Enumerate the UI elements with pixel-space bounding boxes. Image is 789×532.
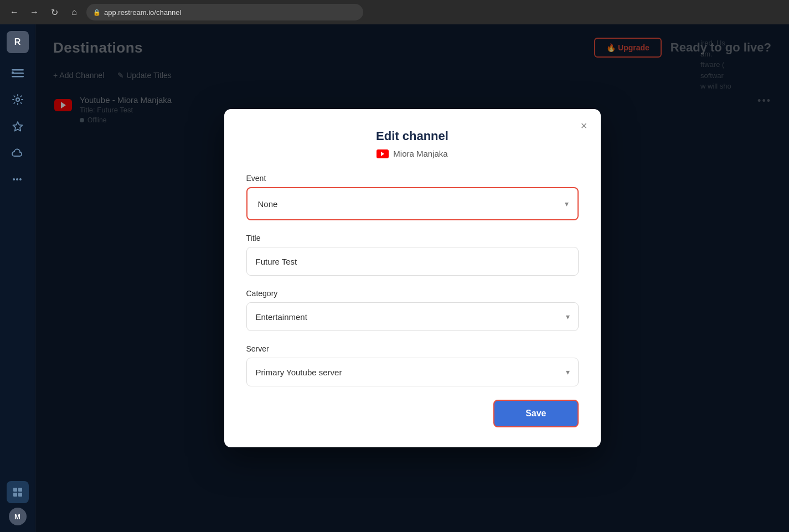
svg-marker-5 <box>13 122 22 131</box>
category-select-wrapper: Entertainment Gaming News Sports Music E… <box>246 302 579 331</box>
category-field-group: Category Entertainment Gaming News Sport… <box>246 289 579 331</box>
svg-rect-8 <box>13 493 17 497</box>
modal-youtube-play <box>381 152 384 156</box>
server-label: Server <box>246 344 579 353</box>
sidebar-item-settings[interactable] <box>7 89 29 111</box>
svg-point-2 <box>12 71 14 74</box>
sidebar-avatar[interactable]: M <box>9 508 27 525</box>
save-btn-wrapper: Save <box>246 400 579 427</box>
server-field-group: Server Primary Youtube server Secondary … <box>246 344 579 386</box>
category-label: Category <box>246 289 579 298</box>
address-bar[interactable]: 🔒 app.restream.io/channel <box>86 4 363 20</box>
svg-rect-0 <box>12 69 24 71</box>
back-button[interactable]: ← <box>7 4 22 20</box>
title-field-group: Title <box>246 234 579 276</box>
sidebar-item-menu[interactable] <box>7 62 29 84</box>
save-button[interactable]: Save <box>493 400 578 427</box>
sidebar-item-more[interactable]: ••• <box>7 168 29 190</box>
event-label: Event <box>246 174 579 183</box>
lock-icon: 🔒 <box>93 9 101 16</box>
reload-button[interactable]: ↻ <box>47 4 62 20</box>
svg-rect-6 <box>13 488 17 492</box>
sidebar-item-star[interactable] <box>7 115 29 137</box>
forward-button[interactable]: → <box>27 4 42 20</box>
sidebar-logo[interactable]: R <box>7 31 29 53</box>
modal-channel-name: Miora Manjaka <box>393 149 447 158</box>
edit-channel-modal: × Edit channel Miora Manjaka Event None … <box>224 109 601 447</box>
category-select[interactable]: Entertainment Gaming News Sports Music E… <box>246 302 579 331</box>
modal-overlay: × Edit channel Miora Manjaka Event None … <box>35 24 789 532</box>
sidebar: R ••• <box>0 24 35 532</box>
modal-title: Edit channel <box>246 129 579 143</box>
browser-chrome: ← → ↻ ⌂ 🔒 app.restream.io/channel <box>0 0 789 24</box>
event-select[interactable]: None Event 1 Event 2 <box>249 189 576 218</box>
title-input[interactable] <box>246 247 579 276</box>
url-text: app.restream.io/channel <box>104 8 181 17</box>
svg-rect-3 <box>12 76 24 78</box>
svg-point-4 <box>16 98 19 101</box>
modal-youtube-icon <box>377 149 389 158</box>
event-select-wrapper: None Event 1 Event 2 ▾ <box>246 187 579 220</box>
svg-rect-7 <box>18 488 22 492</box>
home-button[interactable]: ⌂ <box>66 4 82 20</box>
event-field-group: Event None Event 1 Event 2 ▾ <box>246 174 579 220</box>
sidebar-item-grid[interactable] <box>7 481 29 503</box>
title-label: Title <box>246 234 579 242</box>
main-content: Destinations 🔥 Upgrade Ready to go live?… <box>35 24 789 532</box>
svg-rect-9 <box>18 493 22 497</box>
server-select-wrapper: Primary Youtube server Secondary Youtube… <box>246 358 579 386</box>
modal-close-button[interactable]: × <box>581 120 587 131</box>
modal-subtitle: Miora Manjaka <box>246 149 579 158</box>
app-layout: R ••• <box>0 24 789 532</box>
server-select[interactable]: Primary Youtube server Secondary Youtube… <box>246 358 579 386</box>
sidebar-item-cloud[interactable] <box>7 142 29 164</box>
